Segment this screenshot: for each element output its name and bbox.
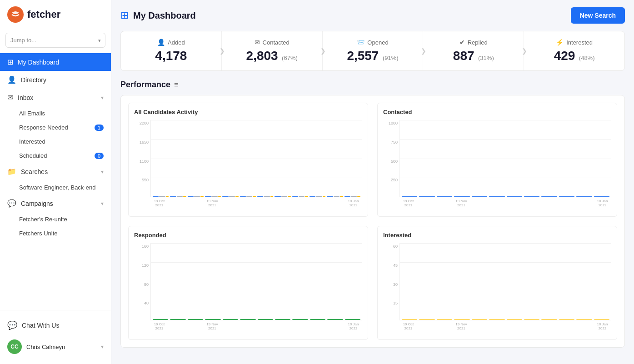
chart-interested: Interested 60 45 30 15 xyxy=(377,226,617,340)
performance-title: Performance xyxy=(120,80,170,90)
bar-group xyxy=(559,319,574,320)
bar-group xyxy=(258,319,273,320)
dashboard-grid-icon: ⊞ xyxy=(120,10,129,21)
charts-grid: All Candidates Activity 2200 1650 1100 5… xyxy=(128,103,617,340)
chat-with-us-item[interactable]: 💬 Chat With Us xyxy=(0,316,111,335)
sidebar-item-fetchers-reunite[interactable]: Fetcher's Re-unite xyxy=(0,212,111,226)
charts-container: All Candidates Activity 2200 1650 1100 5… xyxy=(120,95,625,348)
bar-group xyxy=(437,319,452,320)
interested-bolt-icon: ⚡ xyxy=(556,39,564,46)
bar-group xyxy=(419,319,434,320)
bar-group xyxy=(472,196,487,197)
sidebar-item-my-dashboard[interactable]: ⊞ My Dashboard xyxy=(0,53,111,71)
replied-check-icon: ✔ xyxy=(459,39,465,46)
sidebar-item-fetchers-unite[interactable]: Fetchers Unite xyxy=(0,226,111,240)
grid-icon: ⊞ xyxy=(7,58,13,66)
folder-icon: 📁 xyxy=(7,167,16,176)
bar-group xyxy=(257,196,273,197)
campaigns-chevron-icon: ▾ xyxy=(101,200,104,207)
sidebar-item-response-needed[interactable]: Response Needed 1 xyxy=(0,120,111,135)
sidebar-item-software-engineer[interactable]: Software Engineer, Back-end xyxy=(0,180,111,194)
sidebar-item-all-emails[interactable]: All Emails xyxy=(0,106,111,120)
chart-contacted: Contacted 1000 750 500 250 xyxy=(377,103,617,217)
bar-group xyxy=(559,196,574,197)
bar-group xyxy=(292,196,308,197)
searches-chevron-icon: ▾ xyxy=(101,169,104,175)
bar-group xyxy=(541,196,557,197)
stat-contacted: ✉ Contacted 2,803 (67%) xyxy=(222,31,323,70)
bar-group xyxy=(170,196,186,197)
scheduled-badge: 0 xyxy=(95,153,104,159)
response-needed-badge: 1 xyxy=(95,125,104,131)
bar-group xyxy=(594,196,609,197)
bar-group xyxy=(205,319,220,320)
page-title: My Dashboard xyxy=(133,10,196,21)
sidebar-item-interested[interactable]: Interested xyxy=(0,135,111,149)
new-search-button[interactable]: New Search xyxy=(571,7,625,24)
user-profile-item[interactable]: CC Chris Calmeyn ▾ xyxy=(0,335,111,359)
stat-added: 👤 Added 4,178 xyxy=(121,31,222,70)
sidebar-item-inbox[interactable]: ✉ Inbox ▾ xyxy=(0,89,111,106)
main-header: ⊞ My Dashboard New Search xyxy=(120,7,625,24)
bar-group xyxy=(153,196,169,197)
added-person-icon: 👤 xyxy=(157,39,165,46)
bar-chart-all-candidates: 2200 1650 1100 550 xyxy=(134,120,362,211)
person-icon: 👤 xyxy=(7,75,16,84)
user-chevron-icon: ▾ xyxy=(101,344,104,350)
sidebar-item-searches[interactable]: 📁 Searches ▾ xyxy=(0,163,111,180)
bar-group xyxy=(524,196,539,197)
bar-group xyxy=(454,196,469,197)
stats-bar: 👤 Added 4,178 ✉ Contacted 2,803 (67%) 📨 … xyxy=(120,31,625,71)
sidebar: fetcher Jump to... ▾ ⊞ My Dashboard 👤 Di… xyxy=(0,0,111,364)
bar-chart-responded: 160 120 80 40 xyxy=(134,243,362,334)
comment-icon: 💬 xyxy=(7,199,16,208)
contacted-mail-icon: ✉ xyxy=(255,39,260,46)
bar-group xyxy=(472,319,487,320)
bar-group xyxy=(310,196,325,197)
bar-group xyxy=(240,196,256,197)
filter-icon[interactable]: ≡ xyxy=(174,81,178,89)
bar-group xyxy=(419,196,434,197)
sidebar-item-directory[interactable]: 👤 Directory xyxy=(0,71,111,89)
bar-group xyxy=(489,196,504,197)
mail-icon: ✉ xyxy=(7,93,13,102)
sidebar-item-campaigns[interactable]: 💬 Campaigns ▾ xyxy=(0,194,111,212)
jump-to-select[interactable]: Jump to... xyxy=(5,33,105,48)
bar-group xyxy=(170,319,185,320)
chart-interested-title: Interested xyxy=(383,232,611,239)
bar-group xyxy=(240,319,255,320)
bar-group xyxy=(205,196,221,197)
chart-contacted-title: Contacted xyxy=(383,109,611,115)
svg-point-0 xyxy=(7,6,24,23)
bar-group xyxy=(310,319,325,320)
bar-group xyxy=(437,196,452,197)
bar-group xyxy=(576,319,592,320)
bar-group xyxy=(507,319,522,320)
bar-group xyxy=(345,319,360,320)
bar-chart-interested: 60 45 30 15 xyxy=(383,243,611,334)
performance-header: Performance ≡ xyxy=(120,80,625,90)
sidebar-bottom: 💬 Chat With Us CC Chris Calmeyn ▾ xyxy=(0,310,111,364)
bar-group xyxy=(489,319,504,320)
fetcher-logo-icon xyxy=(7,6,24,23)
bar-group xyxy=(292,319,308,320)
bar-chart-contacted: 1000 750 500 250 xyxy=(383,120,611,211)
bar-group xyxy=(344,196,360,197)
bar-group xyxy=(327,319,343,320)
bar-group xyxy=(222,196,238,197)
chart-responded-title: Responded xyxy=(134,232,362,239)
bar-group xyxy=(153,319,168,320)
bar-group xyxy=(524,319,539,320)
bar-group xyxy=(541,319,557,320)
chart-all-candidates: All Candidates Activity 2200 1650 1100 5… xyxy=(128,103,368,217)
bar-group xyxy=(275,196,290,197)
inbox-chevron-icon: ▾ xyxy=(101,95,104,101)
jump-to-container: Jump to... ▾ xyxy=(0,29,111,51)
bar-group xyxy=(188,196,204,197)
sidebar-item-scheduled[interactable]: Scheduled 0 xyxy=(0,149,111,163)
bar-group xyxy=(223,319,238,320)
logo-area: fetcher xyxy=(0,0,111,29)
stat-opened: 📨 Opened 2,557 (91%) xyxy=(323,31,424,70)
chat-icon: 💬 xyxy=(7,320,17,330)
header-left: ⊞ My Dashboard xyxy=(120,10,196,21)
